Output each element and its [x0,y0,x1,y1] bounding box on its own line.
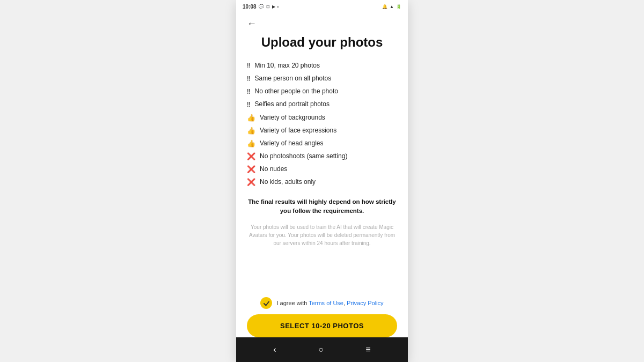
requirement-item: ❌No nudes [247,165,397,174]
cast-icon: ⊡ [266,4,270,9]
back-button[interactable]: ← [247,18,257,29]
terms-link[interactable]: Terms of Use [309,300,343,306]
req-text: No nudes [260,165,287,174]
req-icon: ❌ [247,152,255,161]
signal-icon: ▲ [390,4,394,9]
requirement-item: ❌No photoshoots (same setting) [247,152,397,161]
agree-prefix: I agree with [276,300,309,306]
nav-back-button[interactable]: ‹ [273,345,276,354]
status-left: 10:08 💬 ⊡ ▶ • [243,4,279,10]
agree-row: I agree with Terms of Use, Privacy Polic… [247,297,397,309]
req-text: No kids, adults only [260,178,316,187]
req-text: Variety of face expressions [260,126,336,135]
requirement-item: ‼️Same person on all photos [247,74,397,84]
agree-checkbox[interactable] [260,297,272,309]
alarm-icon: 🔔 [382,4,387,9]
requirement-item: 👍Variety of face expressions [247,126,397,136]
req-text: Variety of backgrounds [260,113,325,122]
req-text: No photoshoots (same setting) [260,152,347,161]
requirement-item: ‼️Min 10, max 20 photos [247,61,397,71]
select-photos-button[interactable]: SELECT 10-20 PHOTOS [247,314,397,337]
req-text: Min 10, max 20 photos [255,61,320,70]
nav-menu-button[interactable]: ≡ [365,345,370,354]
status-bar: 10:08 💬 ⊡ ▶ • 🔔 ▲ 🔋 [236,0,408,13]
important-text: The final results will highly depend on … [247,197,397,216]
requirement-item: ‼️No other people on the photo [247,87,397,97]
privacy-text: Your photos will be used to train the AI… [247,223,397,247]
requirements-list: ‼️Min 10, max 20 photos‼️Same person on … [247,61,397,188]
requirement-item: 👍Variety of backgrounds [247,113,397,123]
requirement-item: ‼️Selfies and portrait photos [247,100,397,109]
bottom-area: I agree with Terms of Use, Privacy Polic… [236,292,408,337]
req-text: Same person on all photos [255,74,332,83]
req-icon: ❌ [247,178,255,187]
messaging-icon: 💬 [259,4,264,9]
req-icon: ‼️ [247,61,251,71]
nav-home-button[interactable]: ○ [318,345,324,354]
media-icon: ▶ [272,4,275,9]
req-text: No other people on the photo [255,87,338,96]
req-text: Variety of head angles [260,139,324,148]
page-title: Upload your photos [247,35,397,50]
android-nav-bar: ‹ ○ ≡ [236,337,408,362]
req-text: Selfies and portrait photos [255,100,330,109]
req-icon: ‼️ [247,100,251,109]
req-icon: ❌ [247,165,255,174]
main-content: ← Upload your photos ‼️Min 10, max 20 ph… [236,13,408,292]
req-icon: ‼️ [247,74,251,84]
phone-frame: 10:08 💬 ⊡ ▶ • 🔔 ▲ 🔋 ← Upload your photos… [236,0,408,362]
dot-icon: • [277,4,279,9]
requirement-item: ❌No kids, adults only [247,178,397,187]
agree-text: I agree with Terms of Use, Privacy Polic… [276,300,383,306]
status-time: 10:08 [243,4,257,10]
status-right: 🔔 ▲ 🔋 [382,4,401,9]
privacy-link[interactable]: Privacy Policy [347,300,383,306]
battery-icon: 🔋 [396,4,401,9]
req-icon: ‼️ [247,87,251,97]
requirement-item: 👍Variety of head angles [247,139,397,149]
req-icon: 👍 [247,126,255,136]
req-icon: 👍 [247,139,255,149]
req-icon: 👍 [247,113,255,123]
